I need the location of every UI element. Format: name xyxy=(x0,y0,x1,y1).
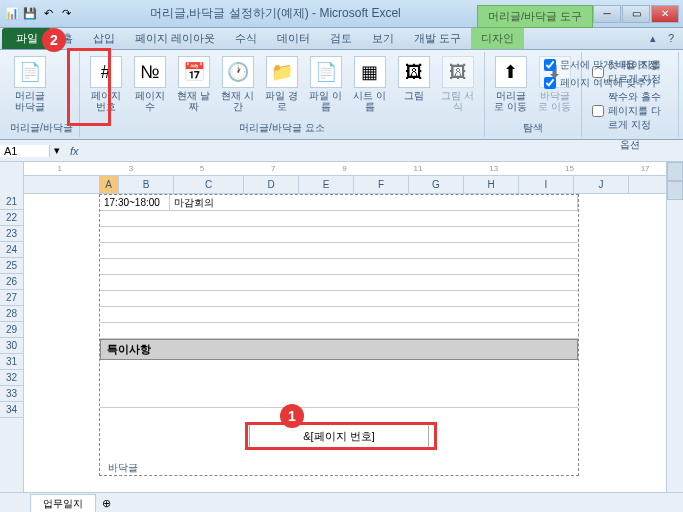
name-box-dropdown[interactable]: ▾ xyxy=(50,144,64,157)
close-button[interactable]: ✕ xyxy=(651,5,679,23)
chk-odd-even[interactable]: 짝수와 홀수 페이지를 다르게 지정 xyxy=(592,90,668,132)
tab-insert[interactable]: 삽입 xyxy=(83,28,125,49)
section-header[interactable]: 특이사항 xyxy=(100,339,578,360)
tab-review[interactable]: 검토 xyxy=(320,28,362,49)
col-hdr[interactable]: J xyxy=(574,176,629,193)
redo-icon[interactable]: ↷ xyxy=(58,6,74,22)
chk-align-margins[interactable]: 페이지 여백에 맞추기 xyxy=(544,76,658,90)
col-hdr[interactable]: G xyxy=(409,176,464,193)
sheet-tab[interactable]: 업무일지 xyxy=(30,494,96,512)
callout-1: 1 xyxy=(280,404,304,428)
col-hdr[interactable]: A xyxy=(99,176,119,193)
group-options: 옵션 xyxy=(588,136,672,152)
row-hdr[interactable]: 27 xyxy=(0,290,23,306)
group-elements: 머리글/바닥글 요소 xyxy=(86,119,478,135)
chk-scale[interactable]: 문서에 맞게 배율 조정 xyxy=(544,58,658,72)
page-number-button[interactable]: #페이지 번호 xyxy=(86,54,126,114)
callout-2: 2 xyxy=(42,28,66,52)
cell-time[interactable]: 17:30~18:00 xyxy=(100,195,170,210)
row-hdr[interactable]: 24 xyxy=(0,242,23,258)
col-hdr[interactable]: H xyxy=(464,176,519,193)
col-hdr[interactable]: C xyxy=(174,176,244,193)
current-date-button[interactable]: 📅현재 날짜 xyxy=(174,54,214,114)
page-layout-view: 17:30~18:00마감회의 특이사항 1 &[페이지 번호] 바닥글 xyxy=(99,194,579,476)
page-count-button[interactable]: №페이지 수 xyxy=(130,54,170,114)
tab-formulas[interactable]: 수식 xyxy=(225,28,267,49)
row-hdr[interactable]: 21 xyxy=(0,194,23,210)
fx-icon[interactable]: fx xyxy=(64,145,85,157)
row-hdr[interactable]: 26 xyxy=(0,274,23,290)
file-path-button[interactable]: 📁파일 경로 xyxy=(262,54,302,114)
new-sheet-icon[interactable]: ⊕ xyxy=(96,497,117,510)
help-icon[interactable]: ? xyxy=(663,30,679,46)
row-hdr[interactable]: 33 xyxy=(0,386,23,402)
excel-icon: 📊 xyxy=(4,6,20,22)
footer-center-section[interactable]: &[페이지 번호] xyxy=(249,424,429,449)
col-hdr[interactable]: D xyxy=(244,176,299,193)
col-hdr[interactable]: I xyxy=(519,176,574,193)
window-title: 머리글,바닥글 설정하기(예제) - Microsoft Excel xyxy=(74,5,477,22)
col-hdr[interactable]: F xyxy=(354,176,409,193)
row-hdr[interactable]: 30 xyxy=(0,338,23,354)
picture-format-button[interactable]: 🖼그림 서식 xyxy=(438,54,478,114)
minimize-button[interactable]: ─ xyxy=(593,5,621,23)
file-name-button[interactable]: 📄파일 이름 xyxy=(306,54,346,114)
tab-data[interactable]: 데이터 xyxy=(267,28,320,49)
minimize-ribbon-icon[interactable]: ▴ xyxy=(645,30,661,46)
maximize-button[interactable]: ▭ xyxy=(622,5,650,23)
group-nav: 탐색 xyxy=(491,119,575,135)
row-hdr[interactable]: 22 xyxy=(0,210,23,226)
ruler: 1357911131517 xyxy=(24,162,683,176)
tab-view[interactable]: 보기 xyxy=(362,28,404,49)
sheet-name-button[interactable]: ▦시트 이름 xyxy=(350,54,390,114)
col-hdr[interactable]: E xyxy=(299,176,354,193)
header-footer-button[interactable]: 📄머리글 바닥글 xyxy=(10,54,50,114)
row-hdr[interactable]: 29 xyxy=(0,322,23,338)
row-hdr[interactable]: 23 xyxy=(0,226,23,242)
row-hdr[interactable]: 31 xyxy=(0,354,23,370)
row-hdr[interactable]: 28 xyxy=(0,306,23,322)
group-hf: 머리글/바닥글 xyxy=(10,119,73,135)
row-hdr[interactable]: 25 xyxy=(0,258,23,274)
footer-label: 바닥글 xyxy=(100,457,578,475)
context-tab-label: 머리글/바닥글 도구 xyxy=(477,5,593,28)
cell-meeting[interactable]: 마감회의 xyxy=(170,195,578,210)
picture-button[interactable]: 🖼그림 xyxy=(394,54,434,103)
undo-icon[interactable]: ↶ xyxy=(40,6,56,22)
goto-header-button[interactable]: ⬆머리글로 이동 xyxy=(491,54,531,114)
current-time-button[interactable]: 🕐현재 시간 xyxy=(218,54,258,114)
tab-design[interactable]: 디자인 xyxy=(471,28,524,49)
tab-developer[interactable]: 개발 도구 xyxy=(404,28,471,49)
row-hdr[interactable]: 32 xyxy=(0,370,23,386)
tab-pagelayout[interactable]: 페이지 레이아웃 xyxy=(125,28,225,49)
row-hdr[interactable]: 34 xyxy=(0,402,23,418)
col-hdr[interactable]: B xyxy=(119,176,174,193)
scrollbar-vertical[interactable] xyxy=(666,162,683,492)
name-box[interactable]: A1 xyxy=(0,145,50,157)
save-icon[interactable]: 💾 xyxy=(22,6,38,22)
